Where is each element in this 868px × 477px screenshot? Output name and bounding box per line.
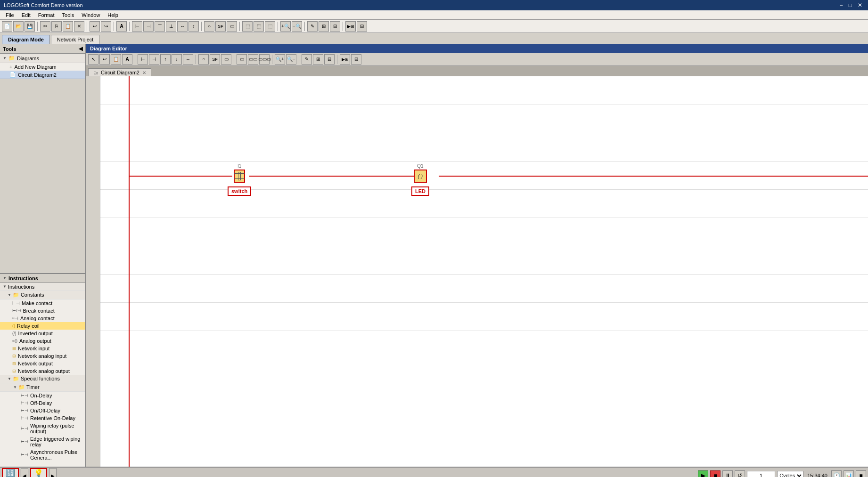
toolbar-snap[interactable]: ⊟ bbox=[330, 21, 340, 32]
sim-cycles-select[interactable]: Cycles bbox=[777, 471, 803, 477]
inverted-output-item[interactable]: (/) Inverted output bbox=[0, 330, 85, 337]
make-contact-item[interactable]: ⊢⊣ Make contact bbox=[0, 299, 85, 307]
instructions-group[interactable]: ▼ Instructions bbox=[0, 283, 85, 291]
toolbar-simulate[interactable]: ○ bbox=[204, 21, 214, 32]
editor-align4[interactable]: ↓ bbox=[172, 54, 182, 65]
tab-close-btn[interactable]: ✕ bbox=[142, 70, 146, 75]
menu-format[interactable]: Format bbox=[34, 11, 58, 19]
editor-zoom-out[interactable]: 🔍− bbox=[286, 54, 296, 65]
on-delay-item[interactable]: ⊢⊣ On-Delay bbox=[0, 392, 85, 399]
led-component[interactable]: Q1 ( ) LED bbox=[411, 163, 429, 196]
sim-pause-btn[interactable]: ⏸ bbox=[722, 470, 733, 477]
switch-component[interactable]: I1 switch bbox=[228, 163, 251, 196]
minimize-btn[interactable]: − bbox=[838, 2, 845, 8]
toolbar-zoom-in[interactable]: +🔍 bbox=[280, 21, 291, 32]
sim-play-btn[interactable]: ▶ bbox=[698, 470, 708, 477]
sim-repeat-btn[interactable]: ↺ bbox=[735, 470, 745, 477]
sim-arrow-right[interactable]: ▶ bbox=[49, 468, 57, 477]
break-contact-item[interactable]: ⊢/⊣ Break contact bbox=[0, 307, 85, 315]
editor-text[interactable]: A bbox=[122, 54, 132, 65]
menu-file[interactable]: File bbox=[2, 11, 18, 19]
editor-rect[interactable]: ▭ bbox=[221, 54, 231, 65]
toolbar-paste[interactable]: 📋 bbox=[63, 21, 73, 32]
add-new-diagram[interactable]: + Add New Diagram bbox=[0, 63, 85, 71]
editor-wire[interactable]: ↩ bbox=[99, 54, 110, 65]
retentive-on-delay-item[interactable]: ⊢⊣ Retentive On-Delay bbox=[0, 414, 85, 422]
editor-align1[interactable]: ⊢ bbox=[138, 54, 148, 65]
sim-stop-btn[interactable]: ■ bbox=[710, 470, 721, 477]
wiping-relay-item[interactable]: ⊢⊣ Wiping relay (pulse output) bbox=[0, 422, 85, 435]
editor-align2[interactable]: ⊣ bbox=[149, 54, 159, 65]
close-btn[interactable]: ✕ bbox=[856, 2, 864, 8]
editor-sf[interactable]: SF bbox=[210, 54, 220, 65]
relay-coil-item[interactable]: () Relay coil bbox=[0, 322, 85, 330]
toolbar-rect[interactable]: ▭ bbox=[227, 21, 237, 32]
editor-extra2[interactable]: ⊟ bbox=[351, 54, 361, 65]
network-output-item[interactable]: ⊟ Network output bbox=[0, 360, 85, 367]
editor-transfer[interactable]: ▶⊞ bbox=[340, 54, 350, 65]
constants-folder[interactable]: ▼ 📁 Constants bbox=[0, 291, 85, 299]
editor-simulate-o[interactable]: ○ bbox=[198, 54, 209, 65]
toolbar-redo[interactable]: ↪ bbox=[101, 21, 111, 32]
analog-contact-item[interactable]: ≈⊣ Analog contact bbox=[0, 315, 85, 322]
toolbar-align-right[interactable]: ⊣ bbox=[143, 21, 154, 32]
tab-diagram-mode[interactable]: Diagram Mode bbox=[2, 35, 50, 44]
toolbar-layout1[interactable]: ⬚ bbox=[242, 21, 253, 32]
toolbar-align-center-v[interactable]: ↕ bbox=[188, 21, 199, 32]
sim-cycles-input[interactable] bbox=[747, 471, 775, 477]
edge-triggered-item[interactable]: ⊢⊣ Edge triggered wiping relay bbox=[0, 435, 85, 448]
toolbar-delete[interactable]: ✕ bbox=[74, 21, 84, 32]
editor-paste[interactable]: 📋 bbox=[111, 54, 121, 65]
async-pulse-item[interactable]: ⊢⊣ Asynchronous Pulse Genera... bbox=[0, 448, 85, 461]
toolbar-layout2[interactable]: ⬚ bbox=[254, 21, 264, 32]
circuit-diagram2-item[interactable]: 📄 Circuit Diagram2 bbox=[0, 71, 85, 79]
toolbar-layout3[interactable]: ⬚ bbox=[265, 21, 275, 32]
sim-block-q1[interactable]: 💡 Q1 bbox=[30, 468, 47, 477]
diagrams-section-header[interactable]: ▼ 📁 Diagrams bbox=[0, 54, 85, 63]
network-input-item[interactable]: ⊞ Network input bbox=[0, 345, 85, 352]
timer-folder[interactable]: ▼ 📁 Timer bbox=[0, 383, 85, 392]
toolbar-copy[interactable]: ⎘ bbox=[51, 21, 62, 32]
toolbar-align-top[interactable]: ⊤ bbox=[155, 21, 165, 32]
toolbar-align-center-h[interactable]: ↔ bbox=[177, 21, 188, 32]
sim-black-btn[interactable]: ■ bbox=[856, 470, 866, 477]
toolbar-transfer[interactable]: ▶⊞ bbox=[345, 21, 356, 32]
tools-collapse[interactable]: ◀ bbox=[79, 46, 82, 52]
menu-edit[interactable]: Edit bbox=[18, 11, 34, 19]
editor-snap2[interactable]: ⊟ bbox=[324, 54, 335, 65]
menu-tools[interactable]: Tools bbox=[58, 11, 78, 19]
editor-layout-double[interactable]: ▭▭ bbox=[248, 54, 258, 65]
toolbar-grid[interactable]: ⊞ bbox=[319, 21, 329, 32]
editor-align5[interactable]: ↔ bbox=[183, 54, 193, 65]
on-off-delay-item[interactable]: ⊢⊣ On/Off-Delay bbox=[0, 407, 85, 414]
maximize-btn[interactable]: □ bbox=[847, 2, 854, 8]
toolbar-align-left[interactable]: ⊢ bbox=[132, 21, 142, 32]
network-analog-input-item[interactable]: ⊞ Network analog input bbox=[0, 352, 85, 360]
editor-layout-single[interactable]: ▭ bbox=[237, 54, 247, 65]
editor-align3[interactable]: ↑ bbox=[160, 54, 171, 65]
toolbar-zoom-out[interactable]: −🔍 bbox=[292, 21, 302, 32]
toolbar-save[interactable]: 💾 bbox=[25, 21, 35, 32]
toolbar-align-bottom[interactable]: ⊥ bbox=[166, 21, 176, 32]
toolbar-open[interactable]: 📂 bbox=[13, 21, 24, 32]
diagram-canvas[interactable]: I1 switch Q1 ( ) LED bbox=[86, 76, 868, 467]
sim-chart-btn[interactable]: 📊 bbox=[843, 470, 854, 477]
editor-layout-triple[interactable]: ▭▭▭ bbox=[259, 54, 270, 65]
network-analog-output-item[interactable]: ⊟ Network analog output bbox=[0, 367, 85, 375]
analog-output-item[interactable]: ≈() Analog output bbox=[0, 337, 85, 345]
menu-window[interactable]: Window bbox=[78, 11, 104, 19]
toolbar-cut[interactable]: ✂ bbox=[40, 21, 50, 32]
instructions-header[interactable]: ▼ Instructions bbox=[0, 273, 85, 283]
toolbar-extra[interactable]: ⊟ bbox=[357, 21, 367, 32]
toolbar-text[interactable]: A bbox=[116, 21, 127, 32]
circuit-diagram2-tab[interactable]: 🗂 Circuit Diagram2 ✕ bbox=[88, 68, 151, 76]
special-functions-folder[interactable]: ▼ 📁 Special functions bbox=[0, 375, 85, 383]
sim-block-i1[interactable]: 🔢 I1 bbox=[2, 468, 19, 477]
menu-help[interactable]: Help bbox=[104, 11, 122, 19]
off-delay-item[interactable]: ⊢⊣ Off-Delay bbox=[0, 399, 85, 407]
sim-arrow-left[interactable]: ◀ bbox=[21, 468, 28, 477]
editor-zoom-in[interactable]: 🔍+ bbox=[275, 54, 285, 65]
tab-network-project[interactable]: Network Project bbox=[51, 35, 100, 44]
editor-grid2[interactable]: ⊞ bbox=[313, 54, 323, 65]
toolbar-edit[interactable]: ✎ bbox=[307, 21, 318, 32]
